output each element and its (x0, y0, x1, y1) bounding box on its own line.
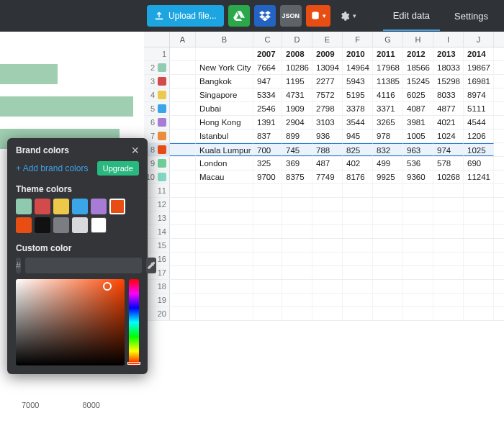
table-row[interactable]: 20 (144, 307, 504, 321)
cell[interactable] (403, 253, 433, 265)
cell[interactable] (253, 307, 282, 320)
cell[interactable] (373, 225, 403, 238)
row-color-swatch[interactable] (158, 145, 166, 154)
cell[interactable] (373, 212, 403, 224)
cell[interactable] (464, 212, 494, 224)
cell[interactable]: 10268 (433, 171, 464, 183)
settings-gear-button[interactable]: ▾ (335, 5, 361, 27)
cell[interactable] (282, 307, 312, 320)
hex-input[interactable] (25, 258, 142, 273)
cell[interactable] (403, 307, 433, 320)
cell[interactable] (343, 184, 373, 197)
row-number[interactable]: 2 (144, 61, 170, 74)
color-swatch[interactable] (16, 199, 32, 214)
cell[interactable] (312, 307, 343, 320)
column-header[interactable]: I (433, 32, 464, 47)
cell[interactable] (433, 239, 464, 252)
cell[interactable] (343, 307, 373, 320)
cell[interactable] (170, 307, 196, 320)
cell[interactable] (170, 61, 196, 74)
cell[interactable] (312, 225, 343, 238)
cell[interactable]: 536 (403, 157, 433, 170)
cell[interactable] (196, 47, 253, 60)
cell[interactable]: 4731 (282, 88, 312, 101)
row-number[interactable]: 18 (144, 280, 170, 293)
cell[interactable] (170, 294, 196, 306)
row-number[interactable]: 12 (144, 198, 170, 211)
cell[interactable]: 8033 (433, 88, 464, 101)
table-row[interactable]: 3Bangkok94711952277594311385152451529816… (144, 75, 504, 88)
cell[interactable] (170, 171, 196, 183)
table-row[interactable]: 11 (144, 184, 504, 198)
cell[interactable] (403, 198, 433, 211)
cell[interactable] (312, 212, 343, 224)
cell[interactable]: 2008 (282, 47, 312, 60)
cell[interactable] (312, 253, 343, 265)
cell[interactable]: 2014 (464, 47, 494, 60)
cell[interactable] (464, 239, 494, 252)
cell[interactable]: 9925 (373, 171, 403, 183)
cell[interactable] (403, 294, 433, 306)
table-row[interactable]: 15 (144, 239, 504, 253)
cell[interactable]: 18566 (403, 61, 433, 74)
cell[interactable]: 7572 (312, 88, 343, 101)
cell[interactable]: Kuala Lumpur (196, 143, 253, 156)
color-swatch[interactable] (53, 217, 69, 233)
cell[interactable] (433, 253, 464, 265)
cell[interactable]: New York City (196, 61, 253, 74)
cell[interactable]: 15298 (433, 75, 464, 88)
cell[interactable]: 11241 (464, 171, 494, 183)
cell[interactable] (403, 184, 433, 197)
cell[interactable] (170, 102, 196, 115)
row-color-swatch[interactable] (158, 77, 166, 86)
table-row[interactable]: 18 (144, 280, 504, 294)
cell[interactable]: 4087 (403, 102, 433, 115)
cell[interactable]: 3265 (373, 116, 403, 129)
cell[interactable] (403, 212, 433, 224)
row-color-swatch[interactable] (158, 173, 166, 181)
cell[interactable]: 16981 (464, 75, 494, 88)
cell[interactable]: 499 (373, 157, 403, 170)
hue-slider[interactable] (129, 279, 139, 365)
cell[interactable]: 690 (464, 157, 494, 170)
table-row[interactable]: 6Hong Kong139129043103354432653981402145… (144, 116, 504, 129)
column-header[interactable]: C (253, 32, 282, 47)
cell[interactable] (403, 266, 433, 279)
cell[interactable] (253, 266, 282, 279)
cell[interactable]: 402 (343, 157, 373, 170)
color-swatch[interactable] (35, 199, 50, 214)
cell[interactable] (196, 184, 253, 197)
cell[interactable]: 9700 (253, 171, 282, 183)
cell[interactable] (196, 253, 253, 265)
cell[interactable]: 7664 (253, 61, 282, 74)
cell[interactable] (170, 129, 196, 142)
cell[interactable] (170, 198, 196, 211)
row-number[interactable]: 11 (144, 184, 170, 197)
cell[interactable] (196, 307, 253, 320)
cell[interactable] (373, 307, 403, 320)
cell[interactable]: Macau (196, 171, 253, 183)
column-header[interactable]: A (170, 32, 196, 47)
cell[interactable]: 3371 (373, 102, 403, 115)
row-number[interactable]: 13 (144, 212, 170, 224)
cell[interactable]: 788 (312, 143, 343, 156)
cell[interactable]: 9360 (403, 171, 433, 183)
cell[interactable] (196, 239, 253, 252)
table-row[interactable]: 10Macau970083757749817699259360102681124… (144, 171, 504, 184)
color-swatch[interactable] (35, 217, 50, 233)
cell[interactable] (312, 239, 343, 252)
column-header[interactable]: G (373, 32, 403, 47)
cell[interactable] (170, 266, 196, 279)
cell[interactable]: 899 (282, 129, 312, 142)
cell[interactable]: 832 (373, 143, 403, 156)
table-row[interactable]: 4Singapore533447317572519541166025803389… (144, 88, 504, 102)
cell[interactable] (170, 116, 196, 129)
cell[interactable]: 18033 (433, 61, 464, 74)
color-gradient[interactable] (16, 279, 125, 365)
cell[interactable] (343, 239, 373, 252)
cell[interactable] (282, 266, 312, 279)
row-number[interactable]: 4 (144, 88, 170, 101)
color-swatch[interactable] (91, 199, 107, 214)
cell[interactable] (282, 198, 312, 211)
cell[interactable] (343, 198, 373, 211)
